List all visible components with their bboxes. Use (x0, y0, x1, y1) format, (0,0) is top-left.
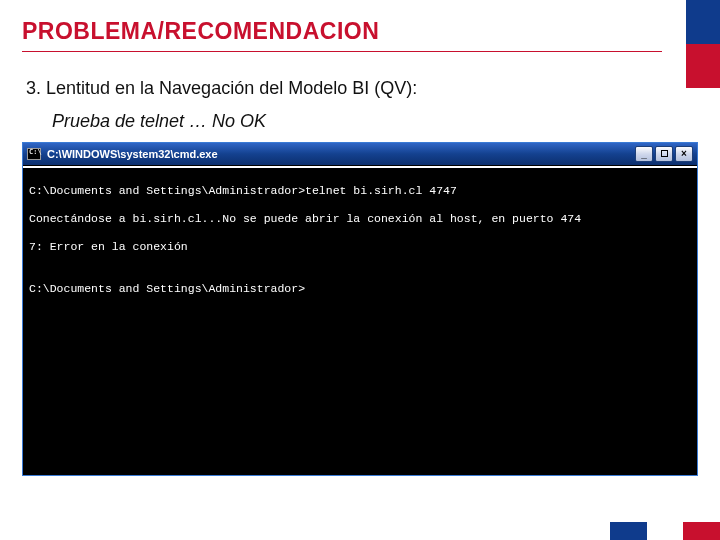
close-button[interactable]: × (675, 146, 693, 162)
flag-blue (686, 0, 720, 44)
terminal-line: C:\Documents and Settings\Administrador>… (29, 184, 691, 198)
flag-decoration-bottom (610, 522, 720, 540)
slide: PROBLEMA/RECOMENDACION 3. Lentitud en la… (0, 0, 720, 540)
cmd-window-title: C:\WINDOWS\system32\cmd.exe (47, 148, 629, 160)
flag-red (683, 522, 720, 540)
terminal-line: C:\Documents and Settings\Administrador> (29, 282, 691, 296)
cmd-icon (27, 148, 41, 160)
flag-white (647, 522, 684, 540)
slide-title: PROBLEMA/RECOMENDACION (22, 18, 662, 52)
terminal-line: Conectándose a bi.sirh.cl...No se puede … (29, 212, 691, 226)
maximize-button[interactable] (655, 146, 673, 162)
flag-red (686, 44, 720, 88)
minimize-button[interactable]: _ (635, 146, 653, 162)
cmd-body[interactable]: C:\Documents and Settings\Administrador>… (23, 165, 697, 475)
flag-blue (610, 522, 647, 540)
slide-subtitle-2: Prueba de telnet … No OK (52, 111, 698, 132)
cmd-titlebar[interactable]: C:\WINDOWS\system32\cmd.exe _ × (23, 143, 697, 165)
slide-subtitle-1: 3. Lentitud en la Navegación del Modelo … (26, 78, 698, 99)
flag-decoration-top (686, 0, 720, 88)
window-controls: _ × (635, 146, 693, 162)
terminal-line: 7: Error en la conexión (29, 240, 691, 254)
maximize-icon (661, 150, 668, 157)
cmd-window: C:\WINDOWS\system32\cmd.exe _ × C:\Docum… (22, 142, 698, 476)
